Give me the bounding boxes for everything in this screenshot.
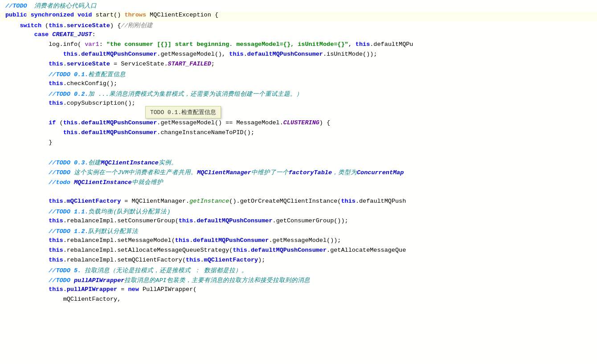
token: 这个实例在一个JVM中消费者和生产者共用。: [70, 169, 197, 176]
token: 中维护了一个: [251, 169, 289, 176]
token: .: [244, 51, 247, 57]
code-line: this.rebalanceImpl.setAllocateMessageQue…: [0, 247, 597, 257]
line-content: this.rebalanceImpl.setConsumerGroup(this…: [4, 217, 348, 224]
token: 中就会维护: [132, 179, 163, 186]
token: //TODO: [49, 169, 70, 176]
line-content: this.rebalanceImpl.setmQClientFactory(th…: [4, 257, 265, 263]
token: defaultMQPushConsumer: [247, 51, 323, 57]
token: .: [78, 119, 81, 126]
token: = MQClientManager.: [121, 198, 189, 204]
token: //TODO 0.1.: [49, 71, 88, 78]
token: ConcurrentMap: [357, 169, 404, 176]
token: MQClientInstance: [74, 179, 132, 186]
token: .: [63, 198, 67, 204]
token: //todo: [49, 179, 70, 186]
token: .: [200, 257, 204, 263]
line-content: }: [4, 139, 52, 146]
code-line: this.rebalanceImpl.setConsumerGroup(this…: [0, 217, 597, 227]
line-content: //TODO 1.2.队列默认分配算法: [4, 227, 138, 235]
code-line: //TODO 0.1.检查配置信息: [0, 70, 597, 80]
token: ) {: [110, 22, 121, 29]
token: PullAPIWrapper(: [139, 286, 197, 293]
token: .: [247, 247, 251, 254]
line-content: public synchronized void start() throws …: [4, 12, 218, 18]
line-content: //TODO 5. 拉取消息（无论是拉模式，还是推模式 ： 数据都是拉）。: [4, 266, 248, 274]
token: 果消息消费模式为集群模式，还需要为该消费组创建一个重试主题。）: [109, 91, 303, 98]
token: this: [49, 237, 63, 244]
token: pullAPIWrapper: [74, 277, 124, 284]
token: throws: [124, 12, 146, 18]
code-line: [0, 110, 597, 119]
line-content: //TODO pullAPIWrapper拉取消息的API包装类，主要有消息的拉…: [4, 276, 310, 284]
line-content: this.defaultMQPushConsumer.getMessageMod…: [4, 51, 377, 57]
token: switch: [20, 22, 41, 29]
code-line: //TODO 0.2.加 ...果消息消费模式为集群模式，还需要为该消费组创建一…: [0, 90, 597, 100]
code-line: //TODO 1.2.队列默认分配算法: [0, 227, 597, 237]
token: this: [63, 51, 78, 57]
line-content: //TODO 这个实例在一个JVM中消费者和生产者共用。MQClientMana…: [4, 168, 404, 176]
token: this: [49, 257, 63, 263]
token: this: [63, 129, 78, 136]
token: case: [34, 31, 49, 38]
code-editor: //TODO 消费者的核心代码入口public synchronized voi…: [0, 0, 597, 364]
token: synchronized: [31, 12, 74, 18]
token: ，类型为: [332, 169, 357, 176]
line-content: this.pullAPIWrapper = new PullAPIWrapper…: [4, 286, 196, 293]
token: defaultMQPushConsumer: [251, 247, 327, 254]
token: .rebalanceImpl.setMessageModel(: [63, 237, 175, 244]
code-line: //todo MQClientInstance中就会维护: [0, 178, 597, 188]
token: [92, 12, 95, 18]
token: .rebalanceImpl.setAllocateMessageQueueSt…: [63, 247, 233, 254]
token: .getMessageModel(),: [157, 51, 229, 57]
token: if: [49, 119, 56, 126]
token: var1: [85, 41, 99, 48]
token: .getConsumerGroup());: [273, 217, 348, 224]
token: [70, 179, 74, 186]
token: = ServiceState.: [110, 61, 168, 67]
token: this: [49, 22, 63, 29]
token: }: [49, 139, 52, 146]
line-content: //TODO 1.1.负载均衡(队列默认分配算法): [4, 208, 171, 216]
token: this: [49, 100, 63, 106]
line-content: this.mQClientFactory = MQClientManager.g…: [4, 198, 406, 204]
token: 检查配置信息: [88, 71, 126, 78]
token: .getMessageModel());: [269, 237, 341, 244]
token: log.info(: [49, 41, 85, 48]
token: public: [5, 12, 27, 18]
token: :: [92, 31, 95, 38]
token: .defaultMQPu: [370, 41, 413, 48]
token: [27, 12, 31, 18]
token: mQClientFactory: [67, 198, 121, 204]
token: new: [128, 286, 139, 293]
token: defaultMQPushConsumer: [81, 119, 157, 126]
line-content: if (this.defaultMQPushConsumer.getMessag…: [4, 119, 330, 126]
line-content: //TODO 消费者的核心代码入口: [4, 2, 97, 10]
token: =: [117, 286, 128, 293]
token: );: [258, 257, 265, 263]
token: this: [49, 247, 63, 254]
token: 实例。: [159, 160, 177, 166]
token: 负载均衡(队列默认分配算法): [88, 209, 170, 215]
line-content: this.copySubscription();: [4, 100, 135, 106]
token: this: [49, 61, 63, 67]
line-content: this.rebalanceImpl.setAllocateMessageQue…: [4, 247, 406, 254]
line-content: this.rebalanceImpl.setMessageModel(this.…: [4, 237, 341, 244]
code-line: this.defaultMQPushConsumer.getMessageMod…: [0, 51, 597, 61]
token: this: [49, 198, 63, 204]
code-line: [0, 188, 597, 198]
token: //刚刚创建: [121, 22, 153, 29]
token: "the consumer [{}] start beginning. mess…: [106, 41, 348, 48]
token: factoryTable: [289, 169, 332, 176]
token: [70, 277, 74, 284]
code-line: //TODO 1.1.负载均衡(队列默认分配算法): [0, 208, 597, 217]
code-line: if (this.defaultMQPushConsumer.getMessag…: [0, 119, 597, 129]
token: (: [56, 119, 63, 126]
token: void: [78, 12, 92, 18]
token: //TODO 0.2.: [49, 91, 88, 98]
code-line: //TODO 5. 拉取消息（无论是拉模式，还是推模式 ： 数据都是拉）。: [0, 266, 597, 276]
token: .rebalanceImpl.setConsumerGroup(: [63, 217, 179, 224]
token: g();: [103, 80, 117, 87]
token: getInstance: [189, 198, 229, 204]
line-content: this.serviceState = ServiceState.START_F…: [4, 61, 215, 67]
code-line: this.rebalanceImpl.setmQClientFactory(th…: [0, 257, 597, 266]
